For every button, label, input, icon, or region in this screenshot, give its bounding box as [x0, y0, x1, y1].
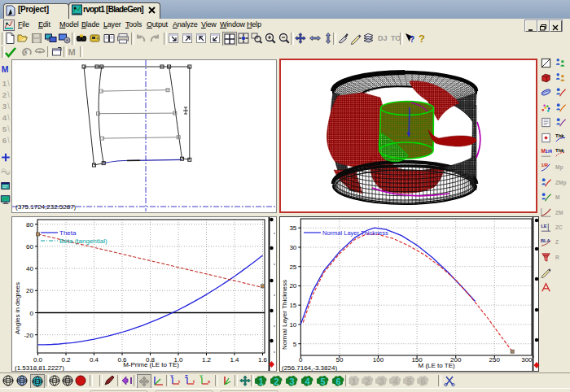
svg-text:50: 50: [335, 356, 343, 364]
svg-text:ZM: ZM: [555, 210, 563, 216]
svg-text:1: 1: [352, 377, 357, 386]
svg-text:M: M: [555, 194, 560, 200]
svg-text:1.2: 1.2: [202, 356, 212, 364]
svg-text:35: 35: [289, 224, 296, 232]
svg-text:(256.7164,-3.3824): (256.7164,-3.3824): [282, 364, 337, 371]
svg-text:1/R: 1/R: [546, 149, 552, 154]
svg-text:LE: LE: [541, 224, 546, 229]
svg-text:20: 20: [26, 287, 33, 294]
svg-text:40: 40: [26, 265, 33, 272]
svg-text:Y: Y: [170, 374, 173, 379]
svg-text:Theta: Theta: [59, 229, 77, 237]
svg-text:0: 0: [30, 310, 34, 317]
svg-text:3: 3: [290, 377, 295, 386]
svg-text:R: R: [555, 255, 559, 260]
svg-text:Y: Y: [200, 374, 203, 379]
svg-text:3: 3: [379, 377, 384, 386]
svg-text:Z: Z: [555, 239, 559, 245]
svg-text:5: 5: [2, 124, 7, 133]
svg-text:30: 30: [289, 244, 296, 251]
svg-text:M (LE to TE): M (LE to TE): [419, 362, 456, 369]
svg-text:3: 3: [2, 102, 7, 111]
svg-text:DJ: DJ: [378, 34, 388, 42]
svg-text:-20: -20: [24, 332, 33, 339]
svg-text:6: 6: [421, 377, 426, 386]
svg-text:M-Prime (LE to TE): M-Prime (LE to TE): [123, 361, 179, 368]
svg-text:25: 25: [289, 264, 296, 271]
svg-text:?: ?: [419, 33, 425, 45]
svg-text:Normal Layer Thickness: Normal Layer Thickness: [322, 229, 388, 237]
svg-text:4: 4: [305, 377, 311, 386]
svg-text:100: 100: [373, 356, 384, 364]
svg-text:k: k: [24, 49, 28, 54]
svg-text:0.2: 0.2: [61, 356, 71, 364]
svg-text:5: 5: [407, 377, 412, 386]
svg-text:ZMp: ZMp: [555, 180, 566, 186]
svg-text:5: 5: [321, 377, 326, 386]
svg-text:10: 10: [289, 321, 296, 329]
svg-text:0: 0: [299, 356, 303, 364]
svg-text:(1.5318,81.2227): (1.5318,81.2227): [15, 364, 64, 371]
svg-text:M: M: [2, 64, 9, 74]
svg-text:2: 2: [366, 377, 370, 386]
svg-text:1.4: 1.4: [230, 356, 239, 364]
svg-text:6: 6: [336, 377, 341, 386]
svg-text:1: 1: [2, 79, 7, 88]
svg-text:Mp: Mp: [555, 164, 563, 171]
svg-text:0.0: 0.0: [33, 356, 43, 364]
svg-text:80: 80: [26, 221, 33, 229]
svg-text:(375.1724,232.5287): (375.1724,232.5287): [15, 203, 77, 211]
svg-text:6: 6: [2, 136, 7, 145]
svg-text:x: x: [208, 379, 211, 384]
svg-text:Normal Layer Thickness: Normal Layer Thickness: [281, 280, 288, 350]
svg-text:300: 300: [521, 356, 533, 364]
svg-text:250: 250: [489, 356, 501, 364]
svg-text:1/R: 1/R: [541, 163, 548, 168]
svg-text:0.4: 0.4: [90, 356, 99, 364]
svg-text:4: 4: [393, 377, 399, 386]
svg-text:ZC: ZC: [555, 224, 563, 230]
svg-text:Beta (tangential): Beta (tangential): [59, 237, 107, 245]
svg-text:Angles in degrees: Angles in degrees: [14, 282, 21, 334]
svg-text:t: t: [178, 379, 180, 384]
svg-text:4: 4: [2, 113, 7, 122]
svg-text:Thk: Thk: [555, 147, 564, 153]
svg-text:1: 1: [259, 377, 264, 386]
svg-text:2: 2: [2, 90, 7, 99]
svg-text:60: 60: [26, 243, 33, 250]
svg-text:20: 20: [289, 282, 296, 290]
svg-text:M: M: [68, 47, 76, 57]
svg-text:t: t: [193, 379, 195, 384]
svg-text:?: ?: [410, 35, 414, 44]
svg-text:5: 5: [293, 341, 297, 348]
svg-text:15: 15: [289, 302, 296, 309]
svg-text:Z: Z: [185, 374, 188, 379]
svg-text:2: 2: [274, 377, 279, 386]
svg-text:Thk: Thk: [555, 133, 564, 138]
svg-text:1.6: 1.6: [258, 356, 268, 364]
